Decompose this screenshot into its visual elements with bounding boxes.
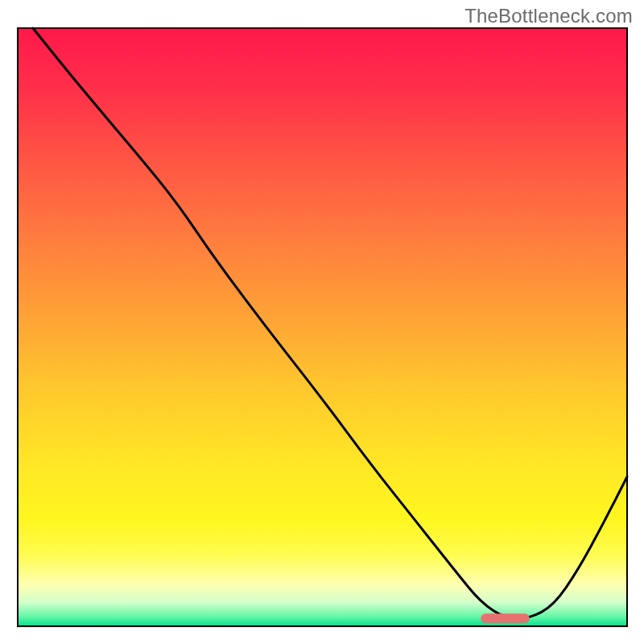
current-range-marker bbox=[481, 613, 530, 623]
plot-background bbox=[18, 28, 627, 626]
bottleneck-chart: TheBottleneck.com bbox=[0, 0, 644, 644]
watermark-text: TheBottleneck.com bbox=[464, 5, 633, 27]
chart-svg bbox=[0, 0, 644, 644]
